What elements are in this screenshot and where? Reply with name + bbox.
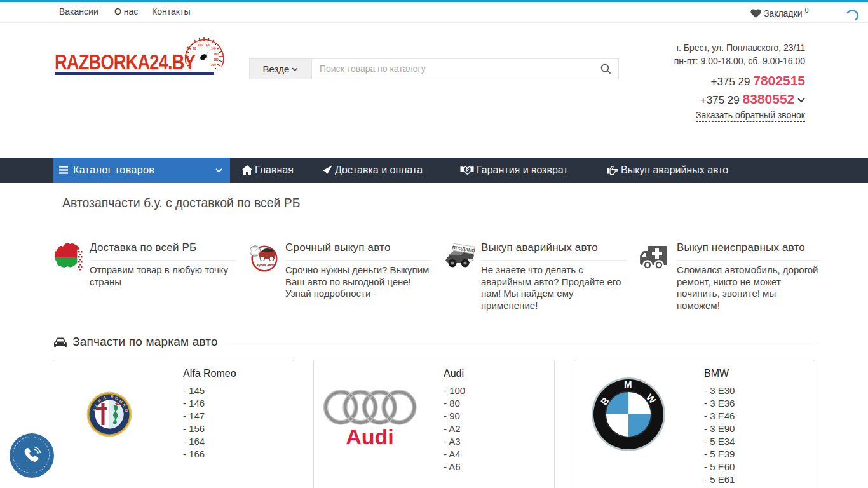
- svg-text:Audi: Audi: [346, 424, 394, 449]
- svg-text:180: 180: [214, 58, 219, 62]
- svg-text:160: 160: [214, 53, 219, 56]
- svg-text:RAZBORKA24.BY: RAZBORKA24.BY: [55, 50, 196, 74]
- svg-text:200: 200: [211, 64, 216, 67]
- svg-text:M: M: [624, 379, 632, 390]
- svg-text:Скупка Авто: Скупка Авто: [255, 263, 275, 267]
- svg-text:100: 100: [198, 44, 203, 47]
- svg-text:120: 120: [205, 44, 210, 47]
- svg-text:140: 140: [211, 47, 216, 50]
